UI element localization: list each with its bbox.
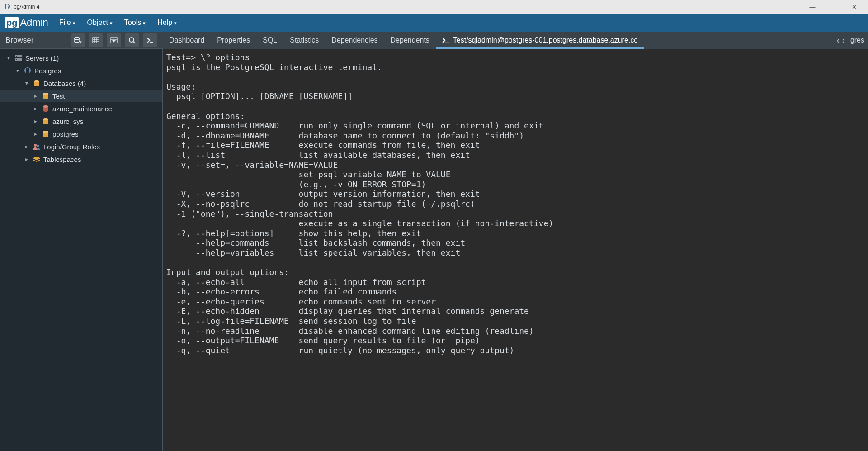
tab-dependents[interactable]: Dependents xyxy=(384,32,436,49)
chevron-right-icon: ▸ xyxy=(33,118,39,124)
svg-point-21 xyxy=(43,105,48,108)
tree-server-postgres[interactable]: ▾ Postgres xyxy=(0,64,162,77)
chevron-down-icon: ▾ xyxy=(110,20,113,26)
menu-file[interactable]: File▾ xyxy=(58,17,76,28)
tree-label: Tablespaces xyxy=(43,156,81,163)
pgadmin-logo: pgAdmin xyxy=(5,17,48,28)
window-title: pgAdmin 4 xyxy=(14,4,39,10)
svg-point-19 xyxy=(43,93,48,95)
chevron-right-icon: ▸ xyxy=(33,93,39,99)
tree-label: Databases (4) xyxy=(43,80,86,87)
search-button[interactable] xyxy=(125,33,139,47)
server-group-icon xyxy=(14,54,23,62)
tab-psql-label: Test/sqladmin@postgres-001.postgres.data… xyxy=(453,36,637,44)
browser-tree[interactable]: ▾ Servers (1) ▾ Postgres ▾ Databases (4)… xyxy=(0,49,163,451)
chevron-right-icon: ▸ xyxy=(33,131,39,137)
chevron-down-icon: ▾ xyxy=(143,20,146,26)
tree-databases[interactable]: ▾ Databases (4) xyxy=(0,77,162,90)
menu-file-label: File xyxy=(59,19,71,27)
database-disconnected-icon xyxy=(42,104,50,113)
menu-tools[interactable]: Tools▾ xyxy=(123,17,146,28)
tree-label: azure_sys xyxy=(52,118,83,125)
menu-help[interactable]: Help▾ xyxy=(156,17,178,28)
database-icon xyxy=(42,130,50,138)
view-data-button[interactable] xyxy=(89,33,103,47)
svg-point-8 xyxy=(129,38,134,42)
browser-title: Browser xyxy=(5,36,67,45)
overflow-tab-truncated[interactable]: gres xyxy=(848,36,864,44)
svg-point-27 xyxy=(37,145,39,147)
chevron-right-icon: ▸ xyxy=(24,143,30,150)
menu-tools-label: Tools xyxy=(124,19,141,27)
tab-sql[interactable]: SQL xyxy=(256,32,283,49)
svg-point-26 xyxy=(34,144,37,147)
tab-bar: Dashboard Properties SQL Statistics Depe… xyxy=(163,32,833,49)
menu-object[interactable]: Object▾ xyxy=(86,17,113,28)
browser-panel-header: Browser xyxy=(0,32,163,49)
svg-point-17 xyxy=(34,80,39,82)
tree-label: Postgres xyxy=(34,67,61,75)
window-maximize-button[interactable]: ☐ xyxy=(823,0,844,14)
tree-label: postgres xyxy=(52,130,79,138)
app-icon xyxy=(4,3,11,10)
svg-point-0 xyxy=(74,37,80,39)
tablespace-icon xyxy=(33,155,41,163)
chevron-down-icon: ▾ xyxy=(73,20,75,26)
psql-terminal-panel[interactable]: Test=> \? options psql is the PostgreSQL… xyxy=(163,49,868,451)
tree-db-azure-sys[interactable]: ▸ azure_sys xyxy=(0,115,162,128)
tree-db-postgres[interactable]: ▸ postgres xyxy=(0,128,162,140)
tree-login-roles[interactable]: ▸ Login/Group Roles xyxy=(0,140,162,153)
svg-point-15 xyxy=(16,59,17,60)
tab-dashboard[interactable]: Dashboard xyxy=(163,32,211,49)
tree-tablespaces[interactable]: ▸ Tablespaces xyxy=(0,153,162,166)
tree-label: Test xyxy=(52,92,65,100)
tab-statistics[interactable]: Statistics xyxy=(283,32,325,49)
tab-scroll-left-button[interactable]: ‹ xyxy=(837,36,840,45)
menu-help-label: Help xyxy=(157,19,172,27)
svg-point-14 xyxy=(16,56,17,57)
chevron-down-icon: ▾ xyxy=(174,20,177,26)
tree-label: Servers (1) xyxy=(25,54,59,62)
tree-db-azure-maintenance[interactable]: ▸ azure_maintenance xyxy=(0,102,162,115)
terminal-icon xyxy=(442,37,449,43)
tree-servers[interactable]: ▾ Servers (1) xyxy=(0,52,162,64)
tree-label: azure_maintenance xyxy=(52,105,112,113)
menu-object-label: Object xyxy=(87,19,108,27)
secondary-toolbar: Browser Dashboard Properties SQL Statist… xyxy=(0,32,868,49)
window-close-button[interactable]: ✕ xyxy=(844,0,864,14)
svg-point-23 xyxy=(43,118,48,120)
window-titlebar: pgAdmin 4 — ☐ ✕ xyxy=(0,0,868,14)
elephant-icon xyxy=(24,66,32,75)
tab-dependencies[interactable]: Dependencies xyxy=(325,32,384,49)
database-icon xyxy=(42,92,50,100)
tab-psql-session[interactable]: Test/sqladmin@postgres-001.postgres.data… xyxy=(436,32,644,49)
tree-label: Login/Group Roles xyxy=(43,143,100,151)
svg-rect-1 xyxy=(93,38,99,43)
main-menubar: pgAdmin File▾ Object▾ Tools▾ Help▾ xyxy=(0,14,868,32)
chevron-down-icon: ▾ xyxy=(24,80,30,86)
tab-nav-arrows: ‹ › gres xyxy=(833,32,868,49)
roles-icon xyxy=(33,142,41,151)
tab-properties[interactable]: Properties xyxy=(211,32,256,49)
chevron-right-icon: ▸ xyxy=(24,156,30,162)
chevron-right-icon: ▸ xyxy=(33,105,39,112)
database-icon xyxy=(33,79,41,87)
tab-scroll-right-button[interactable]: › xyxy=(842,36,845,45)
query-tool-button[interactable] xyxy=(71,33,85,47)
psql-tool-button[interactable] xyxy=(143,33,157,47)
window-minimize-button[interactable]: — xyxy=(802,0,823,14)
chevron-down-icon: ▾ xyxy=(5,55,12,61)
terminal-output: Test=> \? options psql is the PostgreSQL… xyxy=(163,52,868,355)
svg-point-25 xyxy=(43,131,48,133)
chevron-down-icon: ▾ xyxy=(14,67,21,74)
svg-line-9 xyxy=(133,42,135,43)
filter-rows-button[interactable] xyxy=(107,33,121,47)
main-split: ▾ Servers (1) ▾ Postgres ▾ Databases (4)… xyxy=(0,49,868,451)
database-icon xyxy=(42,117,50,125)
tree-db-test[interactable]: ▸ Test xyxy=(0,90,162,102)
